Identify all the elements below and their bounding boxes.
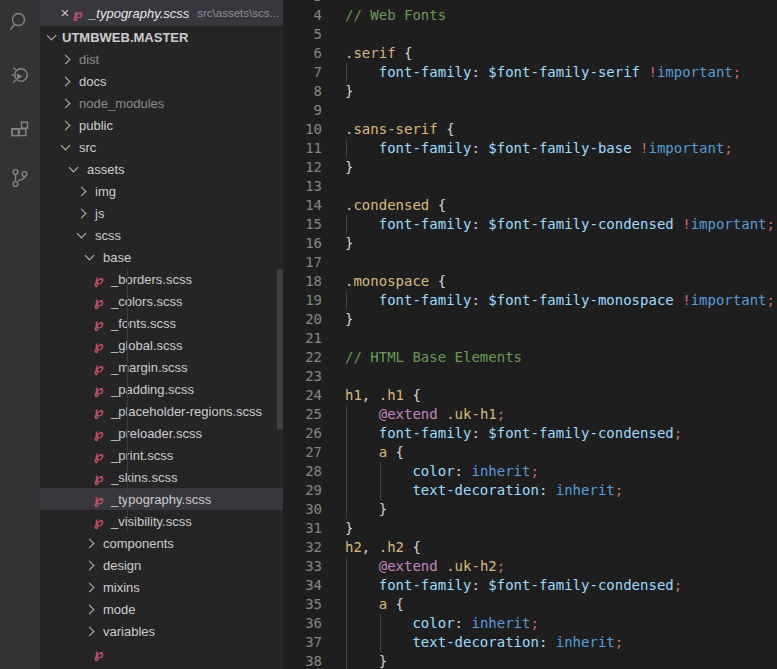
scss-file-icon: ℘: [73, 6, 82, 21]
code-line[interactable]: 9: [283, 101, 777, 120]
code-line[interactable]: 33 @extend .uk-h2;: [283, 557, 777, 576]
code-line[interactable]: 23: [283, 367, 777, 386]
tree-item-variables[interactable]: variables: [40, 620, 283, 642]
code-text: }: [345, 500, 387, 519]
indent-guide: [346, 652, 347, 669]
tree-item-_colors.scss[interactable]: ℘_colors.scss: [40, 290, 283, 312]
tree-item-_print.scss[interactable]: ℘_print.scss: [40, 444, 283, 466]
code-line[interactable]: 7 font-family: $font-family-serif !impor…: [283, 63, 777, 82]
tree-item-label: _colors.scss: [111, 294, 183, 309]
code-line[interactable]: 36 color: inherit;: [283, 614, 777, 633]
source-control-icon[interactable]: [7, 165, 33, 191]
scss-file-icon: ℘: [94, 492, 105, 507]
code-text: text-decoration: inherit;: [345, 481, 623, 500]
code-line[interactable]: 28 color: inherit;: [283, 462, 777, 481]
line-number: 20: [283, 310, 345, 329]
code-line[interactable]: 35 a {: [283, 595, 777, 614]
tree-item-dist[interactable]: dist: [40, 48, 283, 70]
close-icon[interactable]: ×: [57, 6, 73, 20]
tree-root-utmbweb-master[interactable]: UTMBWEB.MASTER: [40, 26, 283, 48]
tree-item-img[interactable]: img: [40, 180, 283, 202]
code-line[interactable]: 22// HTML Base Elements: [283, 348, 777, 367]
code-line[interactable]: 14.condensed {: [283, 196, 777, 215]
code-line[interactable]: 17: [283, 253, 777, 272]
tree-item-label: components: [103, 536, 174, 551]
extensions-icon[interactable]: [7, 118, 33, 144]
tree-item-file[interactable]: ℘: [40, 642, 283, 664]
code-line[interactable]: 15 font-family: $font-family-condensed !…: [283, 215, 777, 234]
tree-item-label: _visibility.scss: [111, 514, 192, 529]
code-text: @extend .uk-h2;: [345, 557, 505, 576]
code-line[interactable]: 26 font-family: $font-family-condensed;: [283, 424, 777, 443]
chevron-right-icon: [85, 560, 95, 570]
indent-guide: [346, 576, 347, 595]
code-line[interactable]: 11 font-family: $font-family-base !impor…: [283, 139, 777, 158]
tree-item-js[interactable]: js: [40, 202, 283, 224]
code-line[interactable]: 24h1, .h1 {: [283, 386, 777, 405]
code-line[interactable]: 37 text-decoration: inherit;: [283, 633, 777, 652]
tree-item-_padding.scss[interactable]: ℘_padding.scss: [40, 378, 283, 400]
tree-item-_margin.scss[interactable]: ℘_margin.scss: [40, 356, 283, 378]
code-line[interactable]: 30 }: [283, 500, 777, 519]
code-text: }: [345, 82, 353, 101]
tree-item-components[interactable]: components: [40, 532, 283, 554]
tree-item-_typography.scss[interactable]: ℘_typography.scss: [40, 488, 283, 510]
code-line[interactable]: 10.sans-serif {: [283, 120, 777, 139]
tree-item-public[interactable]: public: [40, 114, 283, 136]
tree-item-_preloader.scss[interactable]: ℘_preloader.scss: [40, 422, 283, 444]
tree-item-mode[interactable]: mode: [40, 598, 283, 620]
tree-item-_visibility.scss[interactable]: ℘_visibility.scss: [40, 510, 283, 532]
tree-item-label: _fonts.scss: [111, 316, 176, 331]
search-icon[interactable]: [7, 9, 33, 35]
tree-item-_skins.scss[interactable]: ℘_skins.scss: [40, 466, 283, 488]
tree-item-assets[interactable]: assets: [40, 158, 283, 180]
code-line[interactable]: 5: [283, 25, 777, 44]
indent-guide: [346, 63, 347, 82]
code-line[interactable]: 27 a {: [283, 443, 777, 462]
code-line[interactable]: 13: [283, 177, 777, 196]
tree-item-_global.scss[interactable]: ℘_global.scss: [40, 334, 283, 356]
tree-item-label: _skins.scss: [111, 470, 177, 485]
code-line[interactable]: 32h2, .h2 {: [283, 538, 777, 557]
line-number: 23: [283, 367, 345, 386]
open-editor-item[interactable]: × ℘ _typography.scss src\assets\scs...: [40, 0, 283, 26]
code-line[interactable]: 8}: [283, 82, 777, 101]
tree-item-node_modules[interactable]: node_modules: [40, 92, 283, 114]
tree-item-mixins[interactable]: mixins: [40, 576, 283, 598]
indent-guide: [346, 500, 347, 519]
code-line[interactable]: 6.serif {: [283, 44, 777, 63]
tree-item-docs[interactable]: docs: [40, 70, 283, 92]
code-text: }: [345, 234, 353, 253]
tree-item-design[interactable]: design: [40, 554, 283, 576]
code-line[interactable]: 38 }: [283, 652, 777, 669]
indent-guide: [346, 215, 347, 234]
tree-item-label: _padding.scss: [111, 382, 194, 397]
line-number: 17: [283, 253, 345, 272]
tree-item-_borders.scss[interactable]: ℘_borders.scss: [40, 268, 283, 290]
code-line[interactable]: 19 font-family: $font-family-monospace !…: [283, 291, 777, 310]
tree-item-src[interactable]: src: [40, 136, 283, 158]
tree-item-scss[interactable]: scss: [40, 224, 283, 246]
code-line[interactable]: 20}: [283, 310, 777, 329]
code-line[interactable]: 34 font-family: $font-family-condensed;: [283, 576, 777, 595]
code-line[interactable]: 12}: [283, 158, 777, 177]
scss-file-icon: ℘: [94, 272, 105, 287]
code-line[interactable]: 16}: [283, 234, 777, 253]
code-line[interactable]: 21: [283, 329, 777, 348]
scss-file-icon: ℘: [94, 448, 105, 463]
code-line[interactable]: 25 @extend .uk-h1;: [283, 405, 777, 424]
tree-item-_fonts.scss[interactable]: ℘_fonts.scss: [40, 312, 283, 334]
chevron-right-icon: [61, 120, 71, 130]
tree-item-label: mixins: [103, 580, 140, 595]
tree-item-label: dist: [79, 52, 99, 67]
code-line[interactable]: 4// Web Fonts: [283, 6, 777, 25]
run-and-debug-icon[interactable]: [7, 62, 33, 88]
code-text: }: [345, 158, 353, 177]
code-editor[interactable]: 34// Web Fonts56.serif {7 font-family: $…: [283, 0, 777, 669]
code-line[interactable]: 18.monospace {: [283, 272, 777, 291]
code-line[interactable]: 31}: [283, 519, 777, 538]
activity-bar: [0, 0, 40, 669]
tree-item-_placeholder-regions.scss[interactable]: ℘_placeholder-regions.scss: [40, 400, 283, 422]
code-line[interactable]: 29 text-decoration: inherit;: [283, 481, 777, 500]
tree-item-base[interactable]: base: [40, 246, 283, 268]
